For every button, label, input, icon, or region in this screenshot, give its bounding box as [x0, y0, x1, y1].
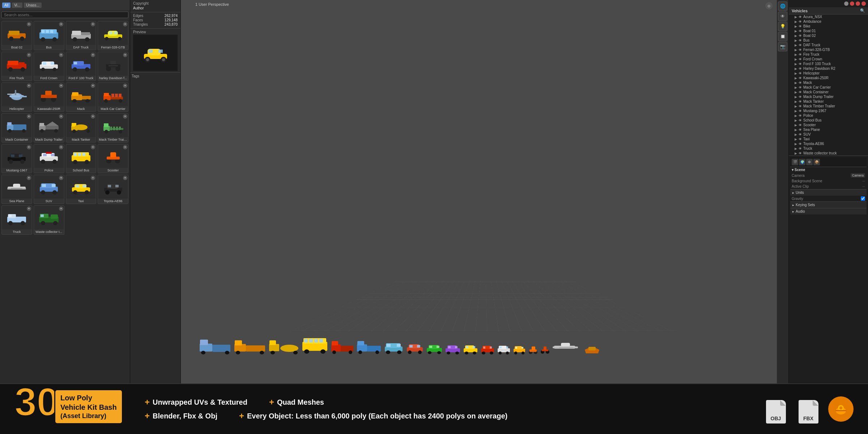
outliner-item[interactable]: ▶ 👁 Ford Crown: [789, 57, 868, 61]
scene-vehicle-bus1: [301, 335, 328, 354]
outliner-item[interactable]: ▶ 👁 Sea Plane: [789, 127, 868, 132]
outliner-item[interactable]: ▶ 👁 Mack Dump Trailer: [789, 94, 868, 99]
vis-icon: 👁: [799, 152, 802, 155]
list-item[interactable]: ✦ Bus: [34, 21, 64, 50]
asset-search-input[interactable]: [1, 12, 128, 18]
viewport-canvas[interactable]: 1 User Perspective ⊙: [181, 0, 788, 383]
list-item[interactable]: ✦ Ford F 100 Truck: [66, 52, 97, 81]
view-btn1[interactable]: 🌐: [778, 1, 787, 11]
asset-label: Boat 02: [2, 45, 32, 50]
list-item[interactable]: ✦ Mack Container: [1, 113, 32, 142]
asset-corner-icon: ✦: [59, 114, 63, 119]
outliner-item[interactable]: ▶ 👁 SUV: [789, 132, 868, 137]
list-item[interactable]: ✦ Ferrari-328-GTB: [98, 21, 128, 50]
active-clip-value[interactable]: [862, 186, 865, 187]
list-item[interactable]: ✦ Sea Plane: [1, 175, 32, 204]
view-btn3[interactable]: 💡: [778, 22, 787, 31]
outliner-item[interactable]: ▶ 👁 Truck: [789, 146, 868, 151]
list-item[interactable]: ✦ Waste collector t...: [34, 205, 64, 235]
vis-icon: 👁: [799, 20, 802, 24]
list-item[interactable]: ✦ Police: [34, 144, 64, 173]
svg-point-2: [9, 37, 13, 41]
audio-toggle[interactable]: Audio: [790, 208, 867, 214]
outliner-item[interactable]: ▶ 👁 School Bus: [789, 118, 868, 123]
svg-rect-93: [19, 154, 22, 157]
list-item[interactable]: ✦ Fire Truck: [1, 52, 32, 81]
list-item[interactable]: ✦ Truck: [1, 205, 32, 235]
outliner-item[interactable]: ▶ 👁 Mustang-1967: [789, 109, 868, 113]
search-icon[interactable]: 🔍: [860, 8, 865, 13]
list-item[interactable]: ✦ Mack Tanker: [66, 113, 97, 142]
outliner-icon: ▶: [795, 109, 797, 113]
outliner-item[interactable]: ▶ 👁 Mack Container: [789, 90, 868, 94]
view-btn4[interactable]: 🔲: [778, 32, 787, 41]
svg-point-21: [118, 37, 122, 41]
list-item[interactable]: ✦ Boat 02: [1, 21, 32, 50]
outliner-item[interactable]: ▶ 👁 Mack: [789, 80, 868, 85]
keying-sets-toggle[interactable]: Keying Sets: [790, 201, 867, 208]
orbit-control[interactable]: ⊙: [765, 2, 773, 9]
list-item[interactable]: ✦ Taxi: [66, 175, 97, 204]
scene-prop-icon4[interactable]: 📦: [813, 159, 820, 165]
stats-section: Edges 262,974 Faces 129,148 Triangles 24…: [130, 12, 180, 29]
outliner-item[interactable]: ▶ 👁 Kawasaki-250R: [789, 76, 868, 80]
list-item[interactable]: ✦ SUV: [34, 175, 64, 204]
list-item[interactable]: ✦ School Bus: [66, 144, 97, 173]
svg-point-216: [465, 352, 468, 354]
outliner-item-label: Fire Truck: [803, 52, 819, 56]
list-item[interactable]: ✦ Mack Dump Trailer: [34, 113, 64, 142]
list-item[interactable]: ✦ Mack Timber Trailer: [98, 113, 128, 142]
filter-unasset-btn[interactable]: Unass...: [24, 3, 42, 8]
view-btn2[interactable]: 👁: [778, 12, 787, 21]
scene-prop-icon3[interactable]: ⚙: [806, 159, 813, 165]
faces-label: Faces: [133, 18, 143, 22]
filter-vehicles-btn[interactable]: Vi...: [12, 3, 22, 8]
list-item[interactable]: ✦ Mack Car Carrier: [98, 82, 128, 112]
outliner-item[interactable]: ▶ 👁 Mack Tanker: [789, 99, 868, 104]
list-item[interactable]: ✦ Mustang-1967: [1, 144, 32, 173]
svg-rect-8: [50, 30, 53, 33]
outliner-item[interactable]: ▶ 👁 Bus: [789, 38, 868, 43]
banner-number: 30: [14, 382, 59, 422]
outliner-item[interactable]: ▶ 👁 Acura_NSX: [789, 14, 868, 19]
list-item[interactable]: ✦ harley Davidson f...: [98, 52, 128, 81]
outliner-item[interactable]: ▶ 👁 Helicopter: [789, 71, 868, 76]
outliner-item[interactable]: ▶ 👁 DAF Truck: [789, 43, 868, 47]
scene-prop-icon1[interactable]: 🎬: [792, 159, 798, 165]
scene-prop-icon2[interactable]: 🌍: [799, 159, 805, 165]
outliner-item[interactable]: ▶ 👁 Boat 01: [789, 29, 868, 33]
outliner-item-label: SUV: [803, 132, 811, 136]
asset-corner-icon: ✦: [59, 84, 63, 88]
list-item[interactable]: ✦ Mack: [66, 82, 97, 112]
svg-point-168: [271, 351, 275, 354]
list-item[interactable]: ✦ Kawasaki-250R: [34, 82, 64, 112]
outliner-item[interactable]: ▶ 👁 Mack Car Carrier: [789, 85, 868, 90]
list-item[interactable]: ✦ Toyota-AE86: [98, 175, 128, 204]
outliner-item[interactable]: ▶ 👁 Waste collector truck: [789, 151, 868, 156]
gravity-checkbox[interactable]: [861, 196, 865, 201]
outliner-item[interactable]: ▶ 👁 Ambulance: [789, 19, 868, 24]
list-item[interactable]: ✦ Ford Crown: [34, 52, 64, 81]
units-toggle[interactable]: Units: [790, 189, 867, 196]
outliner-item[interactable]: ▶ 👁 Boat 02: [789, 33, 868, 38]
outliner-item[interactable]: ▶ 👁 Ferrari-328-GTB: [789, 47, 868, 52]
asset-label: harley Davidson f...: [98, 76, 128, 81]
view-btn5[interactable]: 📷: [778, 42, 787, 51]
outliner-item[interactable]: ▶ 👁 Mack Timber Trailer: [789, 104, 868, 109]
outliner-item[interactable]: ▶ 👁 Bike: [789, 24, 868, 29]
outliner-item[interactable]: ▶ 👁 Harley Davidson R2: [789, 66, 868, 71]
svg-point-123: [52, 190, 57, 195]
svg-point-187: [375, 350, 379, 354]
list-item[interactable]: ✦ Helicopter: [1, 82, 32, 112]
list-item[interactable]: ✦ Scooter: [98, 144, 128, 173]
outliner-item[interactable]: ▶ 👁 Ford F 100 Truck: [789, 61, 868, 66]
filter-all-btn[interactable]: All: [2, 3, 10, 8]
outliner-item[interactable]: ▶ 👁 Scooter: [789, 123, 868, 127]
outliner-item[interactable]: ▶ 👁 Taxi: [789, 137, 868, 141]
outliner-item[interactable]: ▶ 👁 Toyota-AE86: [789, 141, 868, 146]
camera-value[interactable]: Camera: [851, 173, 865, 178]
outliner-item[interactable]: ▶ 👁 Fire Truck: [789, 52, 868, 57]
background-scene-value[interactable]: [862, 181, 865, 182]
outliner-item[interactable]: ▶ 👁 Police: [789, 113, 868, 118]
list-item[interactable]: ✦ DAF Truck: [66, 21, 97, 50]
